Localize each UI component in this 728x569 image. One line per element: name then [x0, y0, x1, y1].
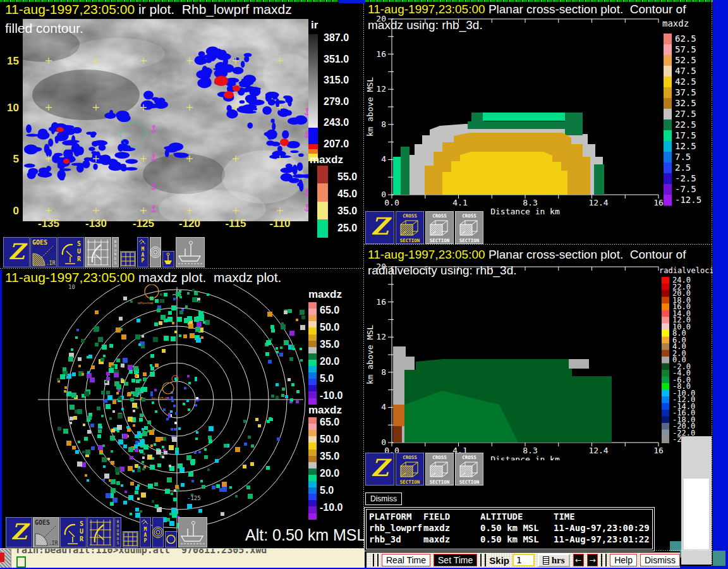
ir-maxdz-colorbar-value: 25.0 [337, 223, 357, 234]
svg-text:R: R [77, 255, 82, 262]
toolbar-icon-cross-section-3[interactable]: CROSSSECTION [455, 453, 483, 486]
ir-satellite-canvas[interactable] [23, 19, 308, 221]
svg-text:who+mat: who+mat [137, 301, 154, 305]
svg-text:4: 4 [381, 402, 386, 412]
svg-text:A: A [144, 532, 147, 538]
ppi-colorbar-value: 50.0 [320, 434, 339, 445]
toolbar-icon-cross-section-1[interactable]: CROSSSECTION [396, 211, 424, 244]
window-left-border [0, 269, 2, 549]
xsec-radial-canvas[interactable]: 0.04.18.312.416048121620Distance in kmkm… [364, 252, 713, 460]
ppi-colorbar-label: maxdz [308, 288, 342, 301]
toolbar-icon-goes-ir[interactable]: GOES.IR [33, 517, 59, 548]
ir-x-tick: -130 [77, 217, 115, 230]
svg-text:SECTION: SECTION [400, 479, 420, 485]
xsec-maxdz-toolbar: ZCROSSSECTIONCROSSSECTIONCROSSSECTION [365, 211, 492, 244]
status-dismiss-button[interactable]: Dismiss [365, 493, 402, 505]
toolbar-icon-grid[interactable] [120, 251, 136, 267]
dismiss-button[interactable]: Dismiss [640, 554, 680, 566]
toolbar-icon-cross-section-1[interactable]: CROSSSECTION [396, 453, 424, 486]
toolbar-icon-radar-grid[interactable] [85, 237, 111, 267]
skip-label: Skip [489, 555, 509, 566]
svg-text:2.5: 2.5 [675, 162, 691, 173]
svg-text:P: P [144, 538, 147, 544]
toolbar-icon-grid[interactable] [123, 531, 138, 548]
svg-text:57.5: 57.5 [675, 44, 696, 54]
svg-text:22.5: 22.5 [675, 119, 696, 130]
toolbar-icon-zebra-logo[interactable]: Z [3, 237, 30, 267]
svg-text:4.1: 4.1 [452, 198, 467, 207]
svg-text:M: M [144, 527, 147, 532]
toolbar-icon-bounds[interactable]: BOUNDS [112, 237, 119, 267]
ppi-colorbar [308, 302, 317, 405]
toolbar-icon-goes-ir[interactable]: GOES.IR [30, 237, 57, 267]
svg-text:maxdz: maxdz [662, 18, 689, 28]
ir-x-tick: -135 [30, 217, 68, 230]
ir-colorbar-value: 207.0 [324, 138, 349, 150]
status-header: PLATFORM [369, 511, 411, 522]
svg-text:R: R [80, 535, 84, 542]
toolbar-icon-map[interactable]: MAP [137, 237, 149, 267]
toolbar-icon-bounds[interactable]: BOUNDS [114, 517, 121, 548]
toolbar-icon-radar-sur[interactable]: SUR [60, 517, 87, 548]
terminal-window[interactable]: rain:beaufait:110>xdump.all 970811.2305.… [0, 548, 365, 568]
toolbar-icon-radar-grid[interactable] [87, 517, 114, 548]
ir-maxdz-colorbar [317, 166, 328, 238]
xsec-radial-title-line2: radialvelocity using: rhb_3d. [368, 264, 517, 278]
toolbar-icon-ship[interactable] [178, 517, 207, 548]
help-button[interactable]: Help [610, 554, 637, 566]
svg-text:CROSS: CROSS [462, 213, 476, 219]
toolbar-icon-zebra-logo[interactable]: Z [365, 453, 394, 486]
xsec-maxdz-title: 11-aug-1997,23:05:00 Planar cross-sectio… [368, 3, 686, 16]
ppi-colorbar [308, 417, 317, 520]
ir-plot-title-line2: filled contour. [5, 21, 83, 36]
toolbar-icon-buoy[interactable] [162, 251, 174, 267]
status-header: FIELD [423, 511, 450, 522]
radar-ppi-canvas[interactable]: who+matb<-125-0-125 [0, 284, 310, 548]
ppi-colorbar-value: 35.0 [320, 451, 339, 462]
skip-input[interactable]: 1 [513, 554, 535, 566]
svg-text:CROSS: CROSS [403, 455, 417, 460]
ir-plot-title: 11-aug-1997,23:05:00 ir plot. Rhb_lowprf… [5, 2, 292, 17]
real-time-button[interactable]: Real Time [382, 554, 430, 566]
scrollbar-thumb[interactable] [684, 479, 709, 549]
svg-text:8.3: 8.3 [523, 198, 537, 207]
status-header: ALTITUDE [480, 511, 523, 522]
svg-text:S: S [77, 240, 81, 247]
svg-text:0: 0 [381, 190, 386, 199]
toolbar-icon-cross-section-2[interactable]: CROSSSECTION [425, 453, 454, 486]
toolbar-icon-zebra-logo[interactable]: Z [6, 517, 32, 548]
set-time-button[interactable]: Set Time [434, 554, 477, 566]
ir-colorbar-value: 351.0 [324, 54, 349, 65]
svg-text:U: U [77, 248, 81, 255]
ir-maxdz-colorbar-value: 45.0 [337, 188, 357, 200]
toolbar-icon-map[interactable]: MAP [140, 517, 151, 548]
svg-text:0.0: 0.0 [384, 198, 399, 207]
toolbar-icon-ship[interactable] [176, 237, 205, 267]
step-back-button[interactable]: ← [573, 554, 584, 566]
status-popup: PLATFORMFIELDALTITUDETIMErhb_lowprfmaxdz… [364, 507, 655, 551]
toolbar-icon-cross-section-2[interactable]: CROSSSECTION [425, 211, 454, 244]
panel-separator [0, 268, 364, 269]
svg-text:52.5: 52.5 [675, 55, 696, 65]
svg-text:12.5: 12.5 [675, 141, 696, 151]
step-forward-button[interactable]: → [587, 554, 598, 566]
toolbar-icon-zebra-logo[interactable]: Z [365, 211, 394, 244]
toolbar-icon-polar-rings[interactable] [152, 517, 164, 548]
ir-colorbar-value: 243.0 [324, 117, 349, 128]
xsec-maxdz-canvas[interactable]: 0.04.18.312.416048121620Distance in kmkm… [364, 0, 713, 219]
svg-text:-12.5: -12.5 [675, 195, 701, 205]
hrs-button[interactable]: hrs [538, 554, 570, 567]
svg-text:SECTION: SECTION [459, 238, 480, 243]
toolbar-icon-polar-rings[interactable] [150, 237, 161, 267]
toolbar-icon-radar-sur[interactable]: SUR [58, 237, 84, 267]
separator [480, 554, 482, 566]
svg-text:17.5: 17.5 [675, 130, 696, 140]
window-top-accent [339, 0, 365, 3]
ppi-colorbar-value: 5.0 [320, 485, 334, 496]
svg-text:GOES: GOES [35, 519, 50, 526]
time-control-bar: Real Time Set Time Skip 1 hrs ← → Help D… [367, 551, 680, 568]
toolbar-icon-circle[interactable] [165, 531, 177, 548]
ppi-colorbar-value: 65.0 [320, 305, 339, 316]
toolbar-icon-cross-section-3[interactable]: CROSSSECTION [455, 211, 483, 244]
status-table: PLATFORMFIELDALTITUDETIMErhb_lowprfmaxdz… [366, 509, 653, 549]
